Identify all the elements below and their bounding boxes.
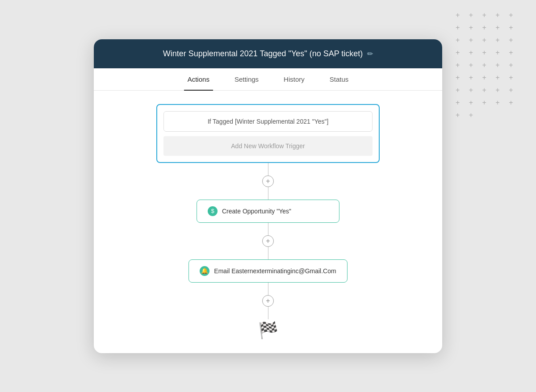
bell-icon: 🔔 xyxy=(200,266,209,276)
add-step-button-1[interactable]: + xyxy=(262,175,274,187)
connector-1: + xyxy=(262,163,274,200)
dollar-icon: $ xyxy=(208,206,218,216)
connector-2: + xyxy=(262,223,274,259)
tab-settings[interactable]: Settings xyxy=(231,68,262,90)
add-step-button-2[interactable]: + xyxy=(262,235,274,247)
bg-decoration: + + + + + + + + + + + + + + + + + + + + … xyxy=(447,0,536,134)
connector-line xyxy=(268,187,268,200)
tab-history[interactable]: History xyxy=(280,68,308,90)
tab-status[interactable]: Status xyxy=(326,68,352,90)
connector-3: + xyxy=(262,283,274,319)
connector-line xyxy=(268,247,268,259)
add-trigger-button[interactable]: Add New Workflow Trigger xyxy=(163,136,373,156)
trigger-condition[interactable]: If Tagged [Winter Supplemental 2021 "Yes… xyxy=(163,111,373,132)
content-area: If Tagged [Winter Supplemental 2021 "Yes… xyxy=(94,91,442,353)
action-label-create-opportunity: Create Opportunity "Yes" xyxy=(222,208,291,215)
action-label-email: Email Easternexterminatinginc@Gmail.Com xyxy=(214,267,336,275)
connector-line xyxy=(268,163,268,175)
action-card-create-opportunity[interactable]: $ Create Opportunity "Yes" xyxy=(197,200,339,223)
card-title: Winter Supplemental 2021 Tagged "Yes" (n… xyxy=(163,49,363,58)
tab-actions[interactable]: Actions xyxy=(184,68,213,90)
card-header: Winter Supplemental 2021 Tagged "Yes" (n… xyxy=(94,39,442,68)
action-card-email[interactable]: 🔔 Email Easternexterminatinginc@Gmail.Co… xyxy=(188,259,347,283)
connector-line xyxy=(268,283,268,295)
tabs-bar: Actions Settings History Status xyxy=(94,68,442,91)
main-card: Winter Supplemental 2021 Tagged "Yes" (n… xyxy=(94,39,442,353)
finish-flag-icon: 🏁 xyxy=(258,321,278,340)
add-step-button-3[interactable]: + xyxy=(262,295,274,307)
connector-line xyxy=(268,307,268,319)
edit-icon[interactable]: ✏ xyxy=(367,50,373,58)
trigger-box: If Tagged [Winter Supplemental 2021 "Yes… xyxy=(156,104,380,163)
connector-line xyxy=(268,223,268,235)
page-wrapper: + + + + + + + + + + + + + + + + + + + + … xyxy=(0,0,536,392)
